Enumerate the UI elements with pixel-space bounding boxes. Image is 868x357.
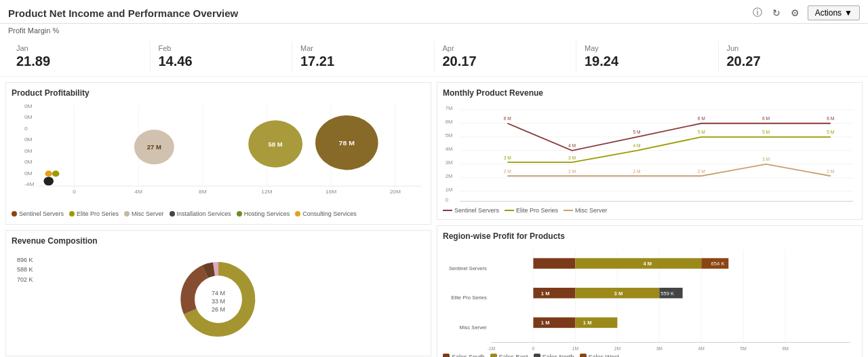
refresh-icon[interactable]: ↻	[770, 6, 783, 20]
region-profit-title: Region-wise Profit for Products	[443, 231, 856, 241]
legend-rev-misc: Misc Server	[564, 207, 608, 214]
svg-text:78 M: 78 M	[339, 139, 355, 146]
svg-text:6 M: 6 M	[827, 116, 834, 121]
svg-rect-107	[575, 318, 617, 328]
svg-rect-99	[533, 288, 575, 299]
legend-installation: Installation Services	[170, 210, 231, 217]
svg-text:0: 0	[446, 197, 448, 203]
svg-text:1M: 1M	[446, 187, 453, 193]
svg-text:5 M: 5 M	[633, 130, 640, 134]
legend-misc: Misc Server	[124, 210, 164, 217]
svg-text:559 K: 559 K	[660, 290, 675, 297]
svg-text:3M: 3M	[446, 159, 453, 166]
svg-text:0: 0	[73, 189, 76, 195]
actions-button[interactable]: Actions ▼	[808, 5, 860, 20]
svg-text:Feb: Feb	[568, 204, 576, 206]
svg-text:Jun: Jun	[827, 204, 835, 206]
elite-dot	[69, 211, 75, 217]
svg-text:Misc Server: Misc Server	[460, 324, 488, 331]
kpi-apr: Apr 20.17	[435, 41, 577, 72]
line-svg: 7M 6M 5M 4M 3M 2M 1M 0	[443, 100, 856, 206]
svg-text:5M: 5M	[741, 346, 747, 351]
svg-text:7M: 7M	[446, 105, 453, 111]
svg-text:58 M: 58 M	[269, 141, 283, 147]
svg-text:3 M: 3 M	[614, 290, 623, 297]
sentinel-dot	[12, 211, 17, 217]
bubble-chart-area: 0M 0M 0 0M 0M 0M 0M -4M 0 4M 8M 12M	[12, 100, 425, 209]
legend-sales-north: Sales North	[534, 354, 574, 357]
legend-sales-east: Sales East	[490, 354, 528, 357]
svg-text:2M: 2M	[614, 346, 621, 351]
consulting-dot	[295, 211, 300, 217]
svg-text:6 M: 6 M	[762, 116, 770, 121]
product-profitability-title: Product Profitability	[12, 88, 425, 98]
svg-text:2 M: 2 M	[633, 169, 640, 174]
sales-west-icon	[580, 354, 587, 357]
svg-text:0M: 0M	[24, 170, 33, 176]
donut-svg: 74 M 33 M 26 M	[161, 248, 276, 350]
svg-point-23	[43, 176, 54, 185]
svg-text:Elite Pro Series: Elite Pro Series	[451, 295, 487, 301]
svg-text:5 M: 5 M	[827, 130, 834, 134]
legend-elite: Elite Pro Series	[69, 210, 119, 217]
profitability-legend: Sentinel Servers Elite Pro Series Misc S…	[12, 210, 425, 217]
svg-text:1M: 1M	[572, 346, 579, 351]
svg-text:0M: 0M	[24, 103, 33, 109]
svg-text:4M: 4M	[134, 189, 142, 195]
svg-text:6M: 6M	[446, 119, 453, 125]
svg-point-21	[45, 170, 52, 176]
kpi-jan: Jan 21.89	[8, 41, 151, 72]
chevron-down-icon: ▼	[844, 8, 852, 18]
svg-text:6M: 6M	[783, 346, 789, 351]
settings-icon[interactable]: ⚙	[789, 6, 802, 20]
subtitle: Profit Margin %	[0, 24, 868, 37]
info-icon[interactable]: ⓘ	[751, 6, 764, 20]
svg-text:4 M: 4 M	[568, 143, 576, 148]
svg-text:27 M: 27 M	[147, 145, 161, 151]
svg-text:3 M: 3 M	[762, 157, 770, 162]
revenue-composition-title: Revenue Composition	[12, 236, 425, 246]
sales-north-icon	[534, 354, 540, 357]
monthly-revenue-chart: Monthly Product Revenue 7M 6M 5M 4M 3M 2…	[437, 82, 863, 220]
svg-text:Jan: Jan	[503, 204, 511, 206]
svg-text:3M: 3M	[656, 346, 663, 351]
product-profitability-chart: Product Profitability 0M 0M 0 0M 0M 0M 0…	[5, 82, 431, 225]
svg-text:26 M: 26 M	[212, 306, 225, 313]
svg-text:1 M: 1 M	[583, 320, 592, 326]
svg-text:0M: 0M	[24, 137, 33, 143]
svg-text:5 M: 5 M	[762, 130, 770, 134]
misc-dot	[124, 211, 130, 217]
svg-text:2 M: 2 M	[827, 169, 834, 174]
svg-text:0M: 0M	[24, 115, 33, 120]
svg-text:4M: 4M	[698, 346, 705, 351]
svg-text:12M: 12M	[261, 189, 272, 195]
legend-consulting: Consulting Services	[295, 210, 357, 217]
kpi-jun: Jun 20.27	[719, 41, 861, 72]
legend-sales-south: Sales South	[443, 354, 485, 357]
svg-text:74 M: 74 M	[212, 290, 225, 297]
svg-text:Sentinel Servers: Sentinel Servers	[449, 265, 487, 271]
legend-sales-west: Sales West	[580, 354, 619, 357]
svg-text:Apr: Apr	[697, 204, 705, 206]
revenue-composition-chart: Revenue Composition 896 K 588 K 702 K	[5, 230, 431, 356]
svg-text:4 M: 4 M	[643, 261, 652, 267]
kpi-feb: Feb 14.46	[151, 41, 293, 72]
rev-elite-dash	[505, 210, 514, 211]
svg-text:0: 0	[24, 126, 28, 131]
sales-east-icon	[490, 354, 497, 357]
kpi-may: May 19.24	[576, 41, 719, 72]
sales-south-icon	[443, 354, 450, 357]
region-profit-chart: Region-wise Profit for Products Sentinel…	[437, 225, 863, 357]
svg-rect-105	[533, 318, 575, 328]
revenue-legend: Sentinel Servers Elite Pro Series Misc S…	[443, 207, 856, 214]
kpi-mar: Mar 17.21	[292, 41, 435, 72]
page-title: Product Net Income and Performance Overv…	[8, 7, 238, 19]
svg-text:33 M: 33 M	[212, 298, 225, 305]
svg-text:-4M: -4M	[24, 182, 34, 187]
svg-rect-93	[533, 258, 575, 269]
rev-sentinel-dash	[443, 210, 452, 211]
bar-svg: Sentinel Servers Elite Pro Series Misc S…	[443, 244, 856, 352]
svg-text:2M: 2M	[446, 173, 453, 179]
svg-text:2 M: 2 M	[698, 169, 705, 174]
kpi-row: Jan 21.89 Feb 14.46 Mar 17.21 Apr 20.17 …	[0, 37, 868, 77]
